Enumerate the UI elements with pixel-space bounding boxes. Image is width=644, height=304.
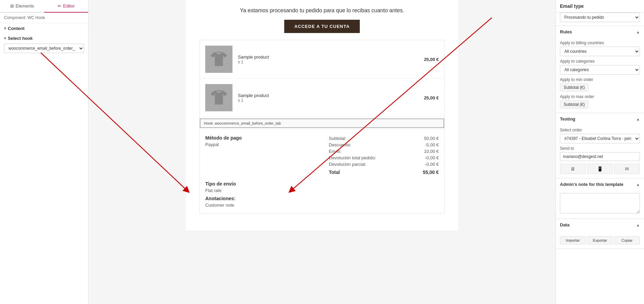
- min-order-label: Apply to min order: [560, 77, 640, 82]
- data-section-header[interactable]: Data ▲: [556, 219, 644, 231]
- product-price-1: 25,00 €: [424, 57, 439, 62]
- elements-icon: ⊞: [10, 3, 14, 9]
- product-info: Sample product x 1: [238, 54, 419, 64]
- payment-method: Paypal: [205, 142, 315, 147]
- import-btn[interactable]: Importar: [560, 236, 586, 244]
- rules-content: Apply to billing countries All countries…: [556, 38, 644, 113]
- notes-title: Anotaciones:: [205, 196, 439, 201]
- email-icon: ✉: [625, 166, 629, 172]
- categories-select[interactable]: All categories: [560, 65, 640, 75]
- send-to-input[interactable]: [560, 152, 640, 161]
- device-email-btn[interactable]: ✉: [614, 164, 640, 174]
- select-order-select[interactable]: #74397 - Elisabet Cortina Torra - pendir: [560, 134, 640, 143]
- product-info-2: Sample product x 1: [238, 93, 419, 103]
- product-image-2: [205, 84, 232, 111]
- admin-note-section: Admin's note for this template ▲: [556, 178, 644, 219]
- totals-row-descuento: Descuento:-5,00 €: [329, 142, 439, 148]
- categories-label: Apply to categories: [560, 59, 640, 64]
- email-preview: Ya estamos procesando tu pedido para que…: [88, 0, 556, 304]
- product-price-2: 25,00 €: [424, 95, 439, 100]
- product-name-1: Sample product: [238, 54, 419, 60]
- tab-elements[interactable]: ⊞ Elements: [0, 0, 44, 12]
- account-button[interactable]: ACCEDE A TU CUENTA: [284, 20, 360, 33]
- totals-row-envio: Envío:10,00 €: [329, 148, 439, 155]
- hook-overlay: Hook: woocommerce_email_before_order_tab: [200, 118, 444, 128]
- data-arrow-icon: ▲: [636, 223, 640, 227]
- max-order-subtotal-btn[interactable]: Subtotal (€): [560, 100, 589, 109]
- content-label: Content: [8, 26, 25, 31]
- email-type-section: Email type Procesando tu pedido: [556, 0, 644, 26]
- email-type-header: Email type: [556, 0, 644, 13]
- content-section-header[interactable]: Content: [0, 23, 88, 34]
- hook-select[interactable]: woocommerce_email_before_order_: [4, 44, 84, 53]
- payment-title: Método de pago: [205, 135, 315, 141]
- testing-section: Testing ▲ Select order #74397 - Elisabet…: [556, 113, 644, 178]
- email-body: Ya estamos procesando tu pedido para que…: [186, 0, 458, 230]
- rules-label: Rules: [560, 29, 572, 34]
- select-order-label: Select order: [560, 128, 640, 132]
- tab-elements-label: Elements: [16, 3, 34, 9]
- totals-row-total: Total55,00 €: [329, 169, 439, 176]
- totals-row-subtotal: Subtotal:50,00 €: [329, 135, 439, 142]
- shipping-method: Flat rate: [205, 188, 439, 193]
- admin-note-arrow-icon: ▲: [636, 182, 640, 187]
- notes-section: Anotaciones: Customer note: [200, 196, 444, 213]
- send-to-label: Send to: [560, 146, 640, 151]
- product-qty-2: x 1: [238, 98, 419, 103]
- order-items: Sample product x 1 25,00 €: [199, 40, 445, 213]
- device-desktop-btn[interactable]: 🖥: [560, 164, 586, 174]
- left-panel: ⊞ Elements ✏ Editor Component: WC Hook C…: [0, 0, 88, 304]
- admin-note-label: Admin's note for this template: [560, 182, 624, 187]
- mobile-icon: 📱: [597, 166, 603, 172]
- totals-row-devolucion-total: Devolución total pedido:-0,00 €: [329, 155, 439, 161]
- shipping-info: Tipo de envío Flat rate: [200, 181, 444, 196]
- export-btn[interactable]: Exportar: [587, 236, 613, 244]
- device-mobile-btn[interactable]: 📱: [587, 164, 613, 174]
- data-label: Data: [560, 222, 569, 227]
- billing-countries-select[interactable]: All countries: [560, 47, 640, 56]
- rules-section-header[interactable]: Rules ▲: [556, 26, 644, 38]
- svg-point-1: [218, 91, 220, 93]
- product-qty-1: x 1: [238, 60, 419, 64]
- admin-note-content: [556, 190, 644, 219]
- totals-table: Subtotal:50,00 € Descuento:-5,00 € Envío…: [329, 135, 439, 176]
- admin-note-textarea[interactable]: [560, 193, 640, 213]
- testing-content: Select order #74397 - Elisabet Cortina T…: [556, 125, 644, 178]
- tab-editor-label: Editor: [63, 3, 75, 9]
- rules-arrow-icon: ▲: [636, 30, 640, 34]
- data-content: Importar Exportar Copiar: [556, 231, 644, 249]
- min-order-subtotal-btn[interactable]: Subtotal (€): [560, 83, 589, 92]
- desktop-icon: 🖥: [570, 166, 575, 172]
- email-header-text: Ya estamos procesando tu pedido para que…: [199, 7, 445, 14]
- testing-label: Testing: [560, 116, 575, 122]
- hook-overlay-label: Hook:: [204, 121, 214, 125]
- product-name-2: Sample product: [238, 93, 419, 98]
- product-image: [205, 46, 232, 73]
- component-label: Component: WC Hook: [0, 13, 88, 23]
- email-type-select[interactable]: Procesando tu pedido: [560, 13, 640, 22]
- svg-point-0: [218, 52, 220, 54]
- main-preview: Ya estamos procesando tu pedido para que…: [88, 0, 556, 304]
- copy-btn[interactable]: Copiar: [614, 236, 640, 244]
- data-action-buttons: Importar Exportar Copiar: [560, 236, 640, 244]
- select-hook-header[interactable]: Select hook: [0, 34, 88, 42]
- tab-editor[interactable]: ✏ Editor: [44, 0, 88, 13]
- admin-note-header[interactable]: Admin's note for this template ▲: [556, 178, 644, 190]
- testing-arrow-icon: ▲: [636, 117, 640, 121]
- hook-overlay-value: woocommerce_email_before_order_tab: [215, 121, 281, 125]
- shipping-title: Tipo de envío: [205, 181, 439, 187]
- totals-row-devolucion-parcial: Devolución parcial:-0,00 €: [329, 161, 439, 167]
- billing-countries-label: Apply to billing countries: [560, 41, 640, 45]
- rules-section: Rules ▲ Apply to billing countries All c…: [556, 26, 644, 113]
- max-order-label: Apply to max order: [560, 94, 640, 99]
- testing-section-header[interactable]: Testing ▲: [556, 113, 644, 125]
- device-buttons: 🖥 📱 ✉: [560, 164, 640, 174]
- order-item: Sample product x 1 25,00 €: [200, 40, 444, 79]
- order-item: Sample product x 1 25,00 €: [200, 79, 444, 117]
- select-hook-label: Select hook: [8, 36, 33, 41]
- order-summary: Método de pago Paypal Subtotal:50,00 € D…: [200, 129, 444, 181]
- data-section: Data ▲ Importar Exportar Copiar: [556, 219, 644, 249]
- editor-icon: ✏: [58, 3, 61, 9]
- right-panel: Email type Procesando tu pedido Rules ▲ …: [556, 0, 644, 304]
- notes-text: Customer note: [205, 203, 439, 208]
